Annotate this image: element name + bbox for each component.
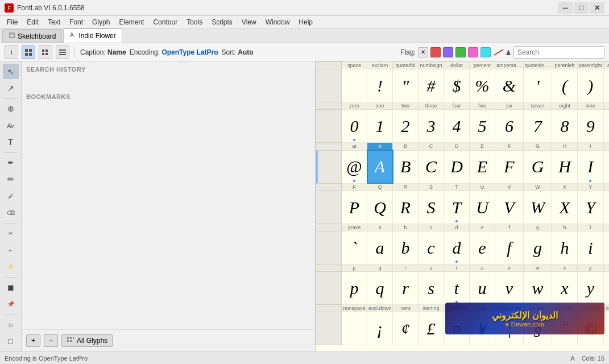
info-button[interactable]: i bbox=[5, 46, 18, 59]
close-button[interactable]: ✕ bbox=[590, 2, 604, 14]
glyph-cell-2-6[interactable]: F bbox=[495, 150, 524, 183]
glyph-cell-1-10[interactable]: : bbox=[603, 110, 609, 143]
tool-fill[interactable]: ◼ bbox=[3, 280, 19, 295]
menu-font[interactable]: Font bbox=[65, 17, 88, 27]
glyph-cell-2-9[interactable]: I bbox=[578, 150, 604, 183]
glyph-cell-2-7[interactable]: G bbox=[524, 150, 552, 183]
tool-crosshair[interactable]: ⊕ bbox=[3, 101, 19, 117]
tool-smart[interactable]: ⚡ bbox=[3, 259, 19, 274]
menu-contour[interactable]: Contour bbox=[148, 17, 182, 27]
glyph-cell-4-9[interactable]: i bbox=[578, 231, 604, 264]
tool-brush[interactable]: 🖊 bbox=[3, 188, 19, 204]
glyph-cell-6-2[interactable]: ¢ bbox=[393, 312, 419, 345]
glyph-cell-4-0[interactable]: ` bbox=[342, 231, 367, 264]
glyph-cell-0-9[interactable]: ) bbox=[578, 69, 604, 102]
glyph-cell-3-9[interactable]: Y bbox=[578, 191, 604, 224]
glyph-cell-3-8[interactable]: X bbox=[552, 191, 578, 224]
glyph-cell-1-0[interactable]: 0 bbox=[342, 110, 367, 143]
glyph-cell-0-8[interactable]: ( bbox=[552, 69, 578, 102]
glyph-cell-0-3[interactable]: # bbox=[419, 69, 444, 102]
glyph-cell-5-2[interactable]: r bbox=[393, 272, 419, 305]
glyph-cell-1-4[interactable]: 4 bbox=[444, 110, 470, 143]
glyph-cell-5-1[interactable]: q bbox=[367, 272, 393, 305]
glyph-cell-2-4[interactable]: D bbox=[444, 150, 470, 183]
tool-text[interactable]: T bbox=[3, 134, 19, 150]
menu-text[interactable]: Text bbox=[43, 17, 65, 27]
glyph-cell-4-2[interactable]: b bbox=[393, 231, 419, 264]
glyph-cell-1-7[interactable]: 7 bbox=[524, 110, 552, 143]
glyph-cell-0-2[interactable]: " bbox=[393, 69, 419, 102]
remove-glyph-button[interactable]: − bbox=[44, 334, 58, 347]
flag-color-pink[interactable] bbox=[468, 47, 478, 57]
glyph-cell-1-9[interactable]: 9 bbox=[578, 110, 604, 143]
menu-tools[interactable]: Tools bbox=[182, 17, 207, 27]
view-btn-2[interactable] bbox=[39, 46, 52, 59]
glyph-cell-5-7[interactable]: w bbox=[524, 272, 552, 305]
glyph-cell-0-10[interactable]: * bbox=[603, 69, 609, 102]
flag-color-green[interactable] bbox=[455, 47, 466, 57]
menu-view[interactable]: View bbox=[237, 17, 261, 27]
tool-corner[interactable]: ⌐ bbox=[3, 242, 19, 258]
glyph-cell-1-6[interactable]: 6 bbox=[495, 110, 524, 143]
glyph-cell-1-2[interactable]: 2 bbox=[393, 110, 419, 143]
add-glyph-button[interactable]: + bbox=[26, 334, 40, 347]
minimize-button[interactable]: ─ bbox=[558, 2, 573, 14]
flag-color-cyan[interactable] bbox=[480, 47, 491, 57]
glyph-cell-3-2[interactable]: R bbox=[393, 191, 419, 224]
tool-select[interactable]: ↖ bbox=[3, 64, 19, 79]
glyph-cell-5-3[interactable]: s bbox=[419, 272, 444, 305]
tool-pen[interactable]: ✒ bbox=[3, 155, 19, 171]
glyph-cell-4-6[interactable]: f bbox=[495, 231, 524, 264]
glyph-cell-1-5[interactable]: 5 bbox=[470, 110, 495, 143]
glyph-cell-0-4[interactable]: $ bbox=[444, 69, 470, 102]
menu-window[interactable]: Window bbox=[261, 17, 295, 27]
tool-circle[interactable]: ○ bbox=[3, 317, 19, 332]
tool-node[interactable]: ↗ bbox=[3, 80, 19, 96]
menu-file[interactable]: File bbox=[2, 17, 22, 27]
glyph-cell-0-0[interactable] bbox=[342, 69, 367, 102]
glyph-cell-5-8[interactable]: x bbox=[552, 272, 578, 305]
glyph-cell-2-5[interactable]: E bbox=[470, 150, 495, 183]
menu-scripts[interactable]: Scripts bbox=[207, 17, 237, 27]
tab-indie-flower[interactable]: AIndie Flower bbox=[63, 28, 122, 43]
menu-edit[interactable]: Edit bbox=[22, 17, 43, 27]
glyph-cell-4-3[interactable]: c bbox=[419, 231, 444, 264]
glyph-cell-0-6[interactable]: & bbox=[495, 69, 524, 102]
glyph-cell-1-3[interactable]: 3 bbox=[419, 110, 444, 143]
flag-color-red[interactable] bbox=[430, 47, 441, 57]
glyph-cell-3-4[interactable]: T bbox=[444, 191, 470, 224]
flag-x-button[interactable]: ✕ bbox=[418, 47, 428, 57]
menu-help[interactable]: Help bbox=[294, 17, 317, 27]
glyph-cell-5-10[interactable]: z bbox=[603, 272, 609, 305]
glyph-cell-4-7[interactable]: g bbox=[524, 231, 552, 264]
glyph-cell-4-8[interactable]: h bbox=[552, 231, 578, 264]
glyph-cell-3-3[interactable]: S bbox=[419, 191, 444, 224]
glyph-cell-1-8[interactable]: 8 bbox=[552, 110, 578, 143]
glyph-cell-2-8[interactable]: H bbox=[552, 150, 578, 183]
glyph-cell-3-6[interactable]: V bbox=[495, 191, 524, 224]
all-glyphs-button[interactable]: All Glyphs bbox=[61, 334, 113, 347]
view-btn-3[interactable] bbox=[56, 46, 69, 59]
glyph-cell-3-5[interactable]: U bbox=[470, 191, 495, 224]
glyph-cell-6-0[interactable] bbox=[342, 312, 367, 345]
glyph-cell-2-10[interactable]: J bbox=[603, 150, 609, 183]
glyph-cell-4-5[interactable]: e bbox=[470, 231, 495, 264]
glyph-cell-3-0[interactable]: P bbox=[342, 191, 367, 224]
glyph-cell-0-5[interactable]: % bbox=[470, 69, 495, 102]
glyph-cell-3-10[interactable]: Z bbox=[603, 191, 609, 224]
tool-text-av[interactable]: Av bbox=[3, 118, 19, 133]
glyph-cell-5-5[interactable]: u bbox=[470, 272, 495, 305]
search-input[interactable] bbox=[513, 46, 604, 59]
glyph-cell-3-1[interactable]: Q bbox=[367, 191, 393, 224]
tool-knife[interactable]: ✂ bbox=[3, 226, 19, 241]
glyph-cell-1-1[interactable]: 1 bbox=[367, 110, 393, 143]
glyph-cell-2-3[interactable]: C bbox=[419, 150, 444, 183]
tab-sketchboard[interactable]: Sketchboard bbox=[2, 29, 62, 43]
glyph-cell-6-1[interactable]: ¡ bbox=[367, 312, 393, 345]
tool-pin[interactable]: 📌 bbox=[3, 296, 19, 312]
glyph-cell-6-3[interactable]: £ bbox=[419, 312, 444, 345]
glyph-cell-3-7[interactable]: W bbox=[524, 191, 552, 224]
glyph-cell-0-1[interactable]: ! bbox=[367, 69, 393, 102]
flag-color-purple[interactable] bbox=[443, 47, 453, 57]
maximize-button[interactable]: □ bbox=[574, 2, 589, 14]
